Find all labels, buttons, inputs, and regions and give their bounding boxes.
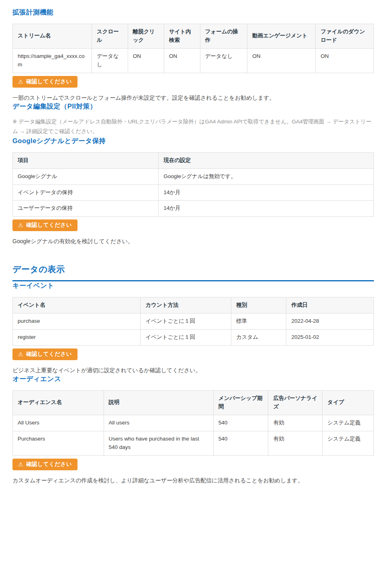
google-signals-table: 項目 現在の設定 Googleシグナル Googleシグナルは無効です。 イベン… [12, 152, 374, 217]
cell-event-name: register [13, 329, 141, 345]
warning-badge: ⚠ 確認してください [12, 76, 78, 88]
table-header-row: 項目 現在の設定 [13, 152, 374, 168]
cell-count-method: イベントごとに１回 [141, 313, 231, 329]
column-header-event-name: イベント名 [13, 297, 141, 313]
table-header-row: イベント名 カウント方法 種別 作成日 [13, 297, 374, 313]
warning-badge: ⚠ 確認してください [12, 219, 78, 231]
cell-form-interaction: データなし [200, 48, 247, 73]
section-title-audiences: オーディエンス [12, 375, 374, 383]
warning-badge-label: 確認してください [26, 461, 72, 468]
cell-count-method: イベントごとに１回 [141, 329, 231, 345]
report-page: 拡張計測機能 ストリーム名 スクロール 離脱クリック サイト内検索 フォームの操… [0, 0, 392, 509]
column-header-video-engagement: 動画エンゲージメント [247, 24, 316, 49]
cell-type: カスタム [231, 329, 286, 345]
column-header-site-search: サイト内検索 [164, 24, 200, 49]
warning-note-key-events: ビジネス上重要なイベントが適切に設定されているか確認してください。 [12, 366, 374, 375]
key-events-table: イベント名 カウント方法 種別 作成日 purchase イベントごとに１回 標… [12, 297, 374, 346]
warning-note-enhanced-measurement: 一部のストリームでスクロールとフォーム操作が未設定です。設定を確認されることをお… [12, 93, 374, 102]
column-header-membership-duration: メンバーシップ期間 [213, 390, 268, 415]
table-row: イベントデータの保持 14か月 [13, 184, 374, 201]
cell-type: 標準 [231, 313, 286, 329]
warning-badge: ⚠ 確認してください [12, 348, 78, 360]
cell-video-engagement: ON [247, 48, 316, 73]
pii-note: ※ データ編集設定（メールアドレス自動除外・URLクエリパラメータ除外）はGA4… [12, 117, 374, 137]
cell-event-name: purchase [13, 313, 141, 329]
enhanced-measurement-table: ストリーム名 スクロール 離脱クリック サイト内検索 フォームの操作 動画エンゲ… [12, 24, 374, 73]
cell-ads-personalization: 有効 [268, 415, 323, 431]
warning-note-audiences: カスタムオーディエンスの作成を検討し、より詳細なユーザー分析や広告配信に活用され… [12, 476, 374, 485]
cell-item: イベントデータの保持 [13, 184, 159, 201]
column-header-current-setting: 現在の設定 [159, 152, 374, 168]
table-row: Googleシグナル Googleシグナルは無効です。 [13, 168, 374, 184]
warning-badge: ⚠ 確認してください [12, 459, 78, 470]
warning-badge-label: 確認してください [26, 78, 72, 85]
column-header-audience-name: オーディエンス名 [13, 390, 104, 415]
cell-ads-personalization: 有効 [268, 431, 323, 455]
warning-icon: ⚠ [18, 351, 23, 357]
cell-description: All users [104, 415, 213, 431]
column-header-count-method: カウント方法 [141, 297, 231, 313]
cell-file-download: ON [316, 48, 374, 73]
cell-audience-name: Purchasers [13, 431, 104, 455]
cell-created-date: 2022-04-28 [286, 313, 374, 329]
cell-audience-name: All Users [13, 415, 104, 431]
section-title-google-signals: Googleシグナルとデータ保持 [12, 137, 374, 146]
section-title-pii: データ編集設定（PII対策） [12, 102, 374, 111]
warning-icon: ⚠ [18, 222, 23, 228]
cell-created-date: 2025-01-02 [286, 329, 374, 345]
warning-badge-label: 確認してください [26, 221, 72, 229]
cell-audience-type: システム定義 [323, 415, 374, 431]
cell-current-setting: Googleシグナルは無効です。 [159, 168, 374, 184]
table-header-row: オーディエンス名 説明 メンバーシップ期間 広告パーソナライズ タイプ [13, 390, 374, 415]
column-header-scroll: スクロール [92, 24, 128, 49]
cell-membership-duration: 540 [213, 415, 268, 431]
column-header-form-interaction: フォームの操作 [200, 24, 247, 49]
section-title-key-events: キーイベント [12, 281, 374, 290]
cell-item: ユーザーデータの保持 [13, 201, 159, 217]
table-row: https://sample_ga4_xxxx.com データなし ON ON … [13, 48, 374, 73]
cell-membership-duration: 540 [213, 431, 268, 455]
warning-icon: ⚠ [18, 78, 23, 85]
column-header-created-date: 作成日 [286, 297, 374, 313]
table-row: Purchasers Users who have purchased in t… [13, 431, 374, 455]
cell-stream-name: https://sample_ga4_xxxx.com [13, 48, 92, 73]
audiences-table: オーディエンス名 説明 メンバーシップ期間 広告パーソナライズ タイプ All … [12, 390, 374, 456]
cell-current-setting: 14か月 [159, 201, 374, 217]
section-title-enhanced-measurement: 拡張計測機能 [12, 8, 374, 17]
table-row: purchase イベントごとに１回 標準 2022-04-28 [13, 313, 374, 329]
cell-current-setting: 14か月 [159, 184, 374, 201]
cell-site-search: ON [164, 48, 200, 73]
warning-icon: ⚠ [18, 461, 23, 467]
column-header-stream-name: ストリーム名 [13, 24, 92, 49]
cell-outbound-click: ON [128, 48, 164, 73]
column-header-ads-personalization: 広告パーソナライズ [268, 390, 323, 415]
warning-badge-label: 確認してください [26, 350, 72, 358]
cell-audience-type: システム定義 [323, 431, 374, 455]
table-row: ユーザーデータの保持 14か月 [13, 201, 374, 217]
table-row: All Users All users 540 有効 システム定義 [13, 415, 374, 431]
column-header-item: 項目 [13, 152, 159, 168]
column-header-description: 説明 [104, 390, 213, 415]
warning-note-google-signals: Googleシグナルの有効化を検討してください。 [12, 237, 374, 246]
page-section-title-data-display: データの表示 [12, 264, 374, 281]
column-header-type: 種別 [231, 297, 286, 313]
column-header-file-download: ファイルのダウンロード [316, 24, 374, 49]
column-header-outbound-click: 離脱クリック [128, 24, 164, 49]
table-header-row: ストリーム名 スクロール 離脱クリック サイト内検索 フォームの操作 動画エンゲ… [13, 24, 374, 49]
cell-item: Googleシグナル [13, 168, 159, 184]
cell-scroll: データなし [92, 48, 128, 73]
table-row: register イベントごとに１回 カスタム 2025-01-02 [13, 329, 374, 345]
cell-description: Users who have purchased in the last 540… [104, 431, 213, 455]
column-header-audience-type: タイプ [323, 390, 374, 415]
